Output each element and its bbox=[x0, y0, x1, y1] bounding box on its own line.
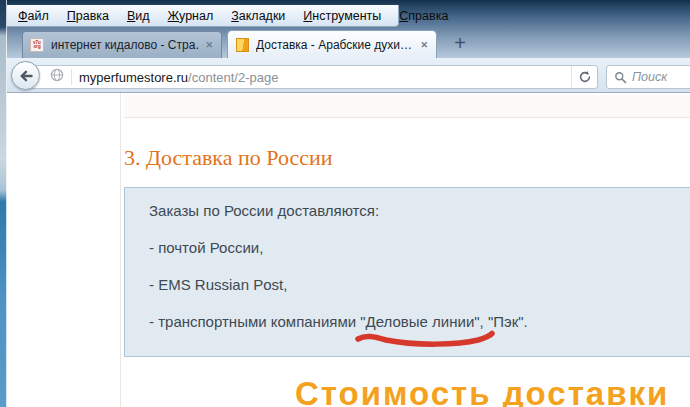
menu-history-label: урнал bbox=[179, 9, 213, 23]
menu-help-label: правка bbox=[408, 9, 448, 23]
menu-file-accel: Ф bbox=[18, 9, 28, 23]
orange-note-favicon-icon bbox=[236, 38, 249, 52]
url-domain-text: myperfumestore.ru bbox=[79, 70, 188, 85]
menu-history-accel: Ж bbox=[168, 9, 179, 23]
new-tab-button[interactable]: + bbox=[447, 33, 473, 55]
menu-history[interactable]: Журнал bbox=[159, 9, 223, 23]
reload-icon bbox=[578, 70, 592, 84]
box-line: - почтой России, bbox=[149, 237, 263, 259]
globe-icon bbox=[50, 68, 64, 86]
search-icon[interactable] bbox=[614, 71, 627, 84]
menu-view[interactable]: Вид bbox=[118, 9, 159, 23]
tab-title: интернет кидалово - Стра… bbox=[51, 38, 199, 52]
reload-button[interactable] bbox=[571, 66, 597, 88]
menu-bookmarks-accel: З bbox=[231, 9, 239, 23]
box-line: - EMS Russian Post, bbox=[149, 274, 287, 296]
menu-bookmarks[interactable]: Закладки bbox=[222, 9, 294, 23]
menu-tools-accel: И bbox=[303, 9, 312, 23]
tab-internet-kidalovo[interactable]: v7u org интернет кидалово - Стра… ✕ bbox=[22, 31, 222, 58]
url-bar[interactable]: myperfumestore.ru /content/2-page bbox=[27, 65, 598, 89]
menu-file[interactable]: Файл bbox=[9, 9, 58, 23]
url-separator bbox=[71, 69, 72, 85]
menu-help-accel: С bbox=[399, 9, 408, 23]
menu-tools-label: нструменты bbox=[312, 9, 381, 23]
window-border-left bbox=[0, 0, 7, 407]
v7u-org-favicon-icon: v7u org bbox=[30, 38, 44, 52]
menu-edit-label: равка bbox=[76, 9, 109, 23]
box-line: - транспортными компаниями "Деловые лини… bbox=[149, 311, 528, 333]
page-content: 3. Доставка по России Заказы по России д… bbox=[7, 93, 690, 407]
content-left-divider bbox=[120, 93, 121, 407]
back-arrow-icon bbox=[18, 68, 34, 84]
search-input[interactable] bbox=[632, 70, 690, 84]
section-heading: 3. Доставка по России bbox=[124, 145, 333, 171]
menu-bar: Файл Правка Вид Журнал Закладки Инструме… bbox=[7, 5, 399, 27]
url-path-text: /content/2-page bbox=[188, 70, 278, 85]
tab-close-icon[interactable]: ✕ bbox=[203, 40, 221, 50]
menu-file-label: айл bbox=[28, 9, 49, 23]
tab-title: Доставка - Арабские духи… bbox=[256, 38, 414, 52]
menu-edit-accel: П bbox=[67, 9, 76, 23]
menu-view-label: ид bbox=[135, 9, 149, 23]
box-line: Заказы по России доставляются: bbox=[149, 200, 379, 222]
tab-dostavka-active[interactable]: Доставка - Арабские духи… ✕ bbox=[227, 30, 437, 58]
delivery-info-box: Заказы по России доставляются: - почтой … bbox=[124, 187, 690, 357]
back-button[interactable] bbox=[11, 61, 40, 90]
menu-bookmarks-label: акладки bbox=[239, 9, 286, 23]
menu-tools[interactable]: Инструменты bbox=[294, 9, 390, 23]
menu-edit[interactable]: Правка bbox=[58, 9, 118, 23]
favicon-text-bottom: org bbox=[33, 45, 40, 49]
site-header-remnant bbox=[124, 95, 690, 118]
search-box bbox=[606, 65, 690, 89]
tab-close-icon[interactable]: ✕ bbox=[418, 40, 436, 50]
cost-heading: Стоимость доставки bbox=[295, 375, 669, 407]
menu-help[interactable]: Справка bbox=[390, 9, 457, 23]
